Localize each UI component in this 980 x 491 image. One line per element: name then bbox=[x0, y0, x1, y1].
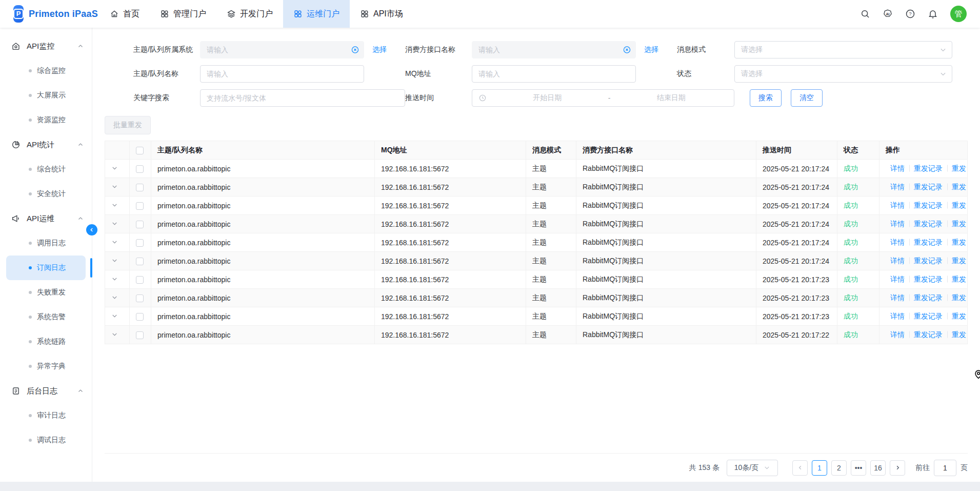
message-mode-select[interactable]: 请选择 bbox=[734, 41, 952, 58]
sidebar-collapse-button[interactable] bbox=[86, 224, 97, 235]
system-input[interactable] bbox=[200, 41, 364, 58]
resend-link[interactable]: 重发 bbox=[947, 201, 968, 209]
nav-api-market[interactable]: API市场 bbox=[350, 0, 413, 28]
resend-link[interactable]: 重发 bbox=[947, 164, 968, 172]
row-checkbox[interactable] bbox=[136, 294, 144, 302]
sidebar-item[interactable]: 大屏展示 bbox=[6, 83, 86, 108]
sidebar-item[interactable]: 系统链路 bbox=[6, 329, 86, 354]
resend-record-link[interactable]: 重发记录 bbox=[909, 257, 947, 265]
floating-pin-icon[interactable] bbox=[973, 368, 980, 380]
row-expand-chevron-icon[interactable] bbox=[111, 239, 118, 245]
status-select[interactable]: 请选择 bbox=[734, 65, 952, 83]
resend-record-link[interactable]: 重发记录 bbox=[909, 238, 947, 246]
resend-link[interactable]: 重发 bbox=[947, 183, 968, 191]
sidebar-group-api-stats[interactable]: API统计 bbox=[0, 132, 92, 157]
mq-address-input[interactable] bbox=[472, 65, 636, 83]
detail-link[interactable]: 详情 bbox=[886, 275, 909, 283]
detail-link[interactable]: 详情 bbox=[886, 183, 909, 191]
row-expand-chevron-icon[interactable] bbox=[111, 257, 118, 264]
detail-link[interactable]: 详情 bbox=[886, 238, 909, 246]
sidebar-item[interactable]: 异常字典 bbox=[6, 354, 86, 379]
consumer-input[interactable] bbox=[472, 41, 636, 58]
row-checkbox[interactable] bbox=[136, 331, 144, 339]
sidebar-group-api-monitor[interactable]: API监控 bbox=[0, 34, 92, 58]
resend-link[interactable]: 重发 bbox=[947, 238, 968, 246]
detail-link[interactable]: 详情 bbox=[886, 257, 909, 265]
row-checkbox[interactable] bbox=[136, 258, 144, 265]
resend-record-link[interactable]: 重发记录 bbox=[909, 220, 947, 228]
page-button-2[interactable]: 2 bbox=[831, 460, 847, 476]
sidebar-item[interactable]: 失败重发 bbox=[6, 280, 86, 305]
nav-dev-portal[interactable]: 开发门户 bbox=[216, 0, 283, 28]
row-checkbox[interactable] bbox=[136, 239, 144, 247]
sidebar-item[interactable]: 订阅日志 bbox=[6, 256, 86, 280]
system-select-link[interactable]: 选择 bbox=[364, 45, 405, 54]
sidebar-item[interactable]: 系统告警 bbox=[6, 305, 86, 329]
goto-page-input[interactable] bbox=[934, 460, 956, 476]
sidebar-item[interactable]: 审计日志 bbox=[6, 403, 86, 428]
row-expand-chevron-icon[interactable] bbox=[111, 165, 118, 171]
page-size-select[interactable]: 10条/页 bbox=[727, 460, 778, 476]
detail-link[interactable]: 详情 bbox=[886, 201, 909, 209]
prev-page-button[interactable] bbox=[792, 460, 808, 476]
nav-admin-portal[interactable]: 管理门户 bbox=[150, 0, 216, 28]
resend-record-link[interactable]: 重发记录 bbox=[909, 201, 947, 209]
notification-bell-icon[interactable] bbox=[928, 9, 938, 19]
sidebar-item[interactable]: 综合监控 bbox=[6, 58, 86, 83]
sidebar-item[interactable]: 资源监控 bbox=[6, 108, 86, 132]
row-expand-chevron-icon[interactable] bbox=[111, 312, 118, 319]
consumer-select-link[interactable]: 选择 bbox=[636, 45, 677, 54]
resend-link[interactable]: 重发 bbox=[947, 257, 968, 265]
topic-name-input[interactable] bbox=[200, 65, 364, 83]
detail-link[interactable]: 详情 bbox=[886, 312, 909, 320]
user-avatar[interactable]: 管 bbox=[950, 6, 967, 22]
detail-link[interactable]: 详情 bbox=[886, 164, 909, 172]
resend-record-link[interactable]: 重发记录 bbox=[909, 330, 947, 339]
page-button-16[interactable]: 16 bbox=[870, 460, 886, 476]
resend-link[interactable]: 重发 bbox=[947, 275, 968, 283]
row-checkbox[interactable] bbox=[136, 202, 144, 210]
row-checkbox[interactable] bbox=[136, 221, 144, 228]
row-checkbox[interactable] bbox=[136, 313, 144, 321]
next-page-button[interactable] bbox=[890, 460, 905, 476]
nav-ops-portal[interactable]: 运维门户 bbox=[283, 0, 350, 28]
resend-link[interactable]: 重发 bbox=[947, 330, 968, 339]
push-time-range-picker[interactable]: 开始日期 - 结束日期 bbox=[472, 89, 734, 107]
resend-link[interactable]: 重发 bbox=[947, 293, 968, 302]
sidebar-item[interactable]: 安全统计 bbox=[6, 182, 86, 206]
sidebar-item[interactable]: 综合统计 bbox=[6, 157, 86, 182]
sidebar-item[interactable]: 调试日志 bbox=[6, 428, 86, 453]
page-ellipsis[interactable]: ••• bbox=[851, 460, 866, 476]
search-button[interactable]: 搜索 bbox=[750, 89, 782, 107]
row-checkbox[interactable] bbox=[136, 184, 144, 191]
help-icon[interactable]: ? bbox=[905, 9, 915, 19]
detail-link[interactable]: 详情 bbox=[886, 293, 909, 302]
resend-record-link[interactable]: 重发记录 bbox=[909, 312, 947, 320]
search-icon[interactable] bbox=[860, 9, 870, 19]
resend-link[interactable]: 重发 bbox=[947, 220, 968, 228]
resend-record-link[interactable]: 重发记录 bbox=[909, 164, 947, 172]
row-expand-chevron-icon[interactable] bbox=[111, 202, 118, 208]
row-expand-chevron-icon[interactable] bbox=[111, 294, 118, 301]
row-expand-chevron-icon[interactable] bbox=[111, 331, 118, 338]
row-expand-chevron-icon[interactable] bbox=[111, 220, 118, 227]
resend-record-link[interactable]: 重发记录 bbox=[909, 275, 947, 283]
select-all-checkbox[interactable] bbox=[136, 147, 144, 154]
batch-resend-button[interactable]: 批量重发 bbox=[105, 116, 151, 134]
detail-link[interactable]: 详情 bbox=[886, 220, 909, 228]
clear-circle-icon[interactable] bbox=[351, 46, 359, 54]
clear-circle-icon[interactable] bbox=[623, 46, 631, 54]
row-expand-chevron-icon[interactable] bbox=[111, 183, 118, 190]
resend-record-link[interactable]: 重发记录 bbox=[909, 183, 947, 191]
row-expand-chevron-icon[interactable] bbox=[111, 276, 118, 282]
detail-link[interactable]: 详情 bbox=[886, 330, 909, 339]
row-checkbox[interactable] bbox=[136, 276, 144, 284]
keyword-input[interactable] bbox=[200, 89, 405, 107]
sidebar-item[interactable]: 调用日志 bbox=[6, 231, 86, 256]
ai-assistant-icon[interactable]: AI bbox=[883, 9, 893, 19]
sidebar-group-backend-logs[interactable]: 后台日志 bbox=[0, 379, 92, 403]
resend-record-link[interactable]: 重发记录 bbox=[909, 293, 947, 302]
resend-link[interactable]: 重发 bbox=[947, 312, 968, 320]
clear-button[interactable]: 清空 bbox=[791, 89, 823, 107]
nav-home[interactable]: 首页 bbox=[99, 0, 150, 28]
